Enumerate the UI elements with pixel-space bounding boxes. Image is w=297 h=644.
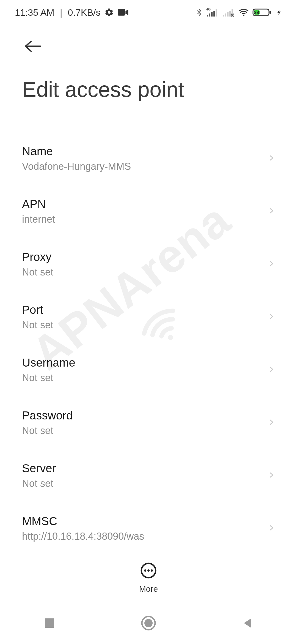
square-icon [44, 617, 55, 630]
svg-rect-1 [118, 9, 125, 15]
svg-point-20 [147, 569, 150, 572]
chevron-right-icon [267, 363, 275, 376]
svg-rect-7 [216, 9, 217, 17]
signal-nosim-icon [222, 7, 235, 18]
setting-text: Password Not set [22, 409, 262, 436]
status-net-speed: 0.7KB/s [68, 7, 101, 18]
svg-rect-3 [207, 15, 208, 17]
battery-icon: 38 [252, 7, 273, 18]
battery-percent-text: 38 [254, 10, 259, 15]
svg-rect-4 [209, 13, 210, 17]
setting-value: Not set [22, 372, 262, 384]
svg-rect-8 [223, 15, 224, 17]
setting-text: Name Vodafone-Hungary-MMS [22, 145, 262, 172]
status-divider: | [60, 7, 62, 18]
bluetooth-icon [195, 7, 203, 18]
setting-label: Password [22, 409, 262, 422]
apn-port-row[interactable]: Port Not set [0, 291, 297, 343]
setting-label: Port [22, 303, 262, 316]
status-bar: 11:35 AM | 0.7KB/s 4G [0, 0, 297, 25]
setting-value: Not set [22, 425, 262, 436]
apn-password-row[interactable]: Password Not set [0, 396, 297, 449]
setting-label: MMSC [22, 515, 262, 528]
svg-rect-15 [270, 11, 271, 14]
settings-list[interactable]: Name Vodafone-Hungary-MMS APN internet P… [0, 132, 297, 581]
setting-label: Proxy [22, 250, 262, 264]
arrow-left-icon [23, 39, 43, 54]
nav-home-button[interactable] [132, 607, 165, 640]
svg-rect-10 [227, 12, 229, 17]
setting-text: MMSC http://10.16.18.4:38090/was [22, 515, 262, 542]
more-icon [140, 562, 157, 580]
nav-recents-button[interactable] [33, 607, 66, 640]
setting-text: Proxy Not set [22, 250, 262, 278]
svg-text:4G: 4G [206, 7, 211, 11]
setting-text: APN internet [22, 198, 262, 225]
svg-rect-5 [211, 12, 213, 17]
setting-value: http://10.16.18.4:38090/was [22, 531, 262, 542]
status-left: 11:35 AM | 0.7KB/s [15, 7, 129, 18]
apn-server-row[interactable]: Server Not set [0, 449, 297, 502]
setting-label: Username [22, 356, 262, 369]
wifi-icon [238, 7, 250, 18]
chevron-right-icon [267, 522, 275, 535]
apn-mmsc-row[interactable]: MMSC http://10.16.18.4:38090/was [0, 502, 297, 555]
svg-point-24 [144, 619, 153, 627]
svg-rect-11 [229, 11, 231, 17]
status-right: 4G [195, 7, 282, 18]
setting-label: Name [22, 145, 262, 158]
setting-text: Username Not set [22, 356, 262, 384]
chevron-right-icon [267, 310, 275, 324]
gear-icon [105, 8, 114, 17]
apn-proxy-row[interactable]: Proxy Not set [0, 238, 297, 291]
nav-bar [0, 603, 297, 644]
setting-label: Server [22, 462, 262, 475]
status-time: 11:35 AM [15, 7, 54, 18]
more-label: More [139, 584, 158, 594]
circle-icon [141, 615, 156, 632]
chevron-right-icon [267, 416, 275, 429]
apn-username-row[interactable]: Username Not set [0, 343, 297, 396]
setting-text: Port Not set [22, 303, 262, 331]
svg-rect-9 [225, 13, 226, 17]
setting-value: Not set [22, 478, 262, 489]
svg-rect-6 [213, 11, 215, 17]
svg-point-19 [144, 569, 146, 572]
chevron-right-icon [267, 258, 275, 271]
setting-value: internet [22, 214, 262, 225]
apn-name-row[interactable]: Name Vodafone-Hungary-MMS [0, 132, 297, 185]
setting-text: Server Not set [22, 462, 262, 489]
chevron-right-icon [267, 205, 275, 218]
setting-label: APN [22, 198, 262, 211]
video-camera-icon [118, 9, 129, 16]
page-title: Edit access point [22, 77, 297, 102]
signal-4g-icon: 4G [206, 7, 219, 18]
more-button[interactable]: More [0, 553, 297, 603]
triangle-left-icon [242, 617, 253, 630]
setting-value: Not set [22, 266, 262, 278]
page: Edit access point Name Vodafone-Hungary-… [0, 25, 297, 581]
back-button[interactable] [16, 30, 50, 63]
setting-value: Not set [22, 319, 262, 331]
charging-bolt-icon [276, 7, 282, 18]
setting-value: Vodafone-Hungary-MMS [22, 161, 262, 172]
chevron-right-icon [267, 469, 275, 482]
svg-rect-22 [45, 618, 54, 628]
svg-point-21 [151, 569, 153, 572]
apn-apn-row[interactable]: APN internet [0, 185, 297, 238]
nav-back-button[interactable] [231, 607, 264, 640]
chevron-right-icon [267, 152, 275, 165]
svg-point-13 [243, 15, 244, 16]
